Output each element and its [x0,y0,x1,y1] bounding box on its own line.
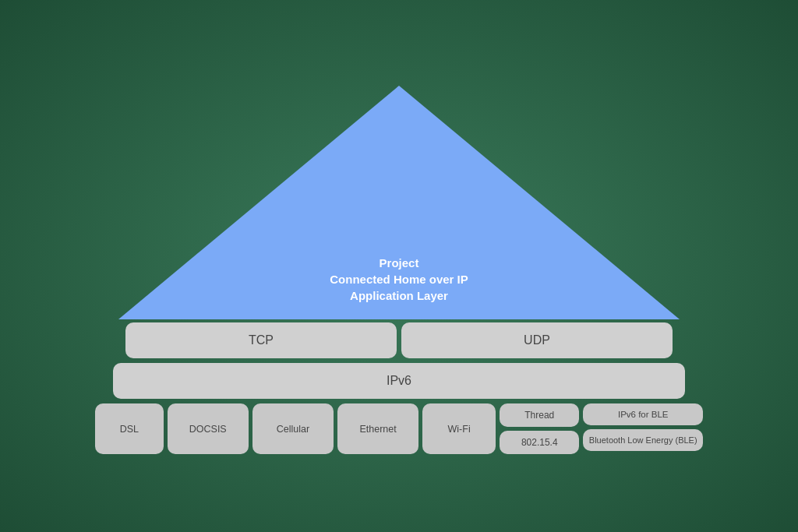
ble-cell: Bluetooth Low Energy (BLE) [583,429,703,451]
802154-cell: 802.15.4 [500,431,579,454]
ble-subgroup: IPv6 for BLE Bluetooth Low Energy (BLE) [583,403,703,454]
thread-subgroup: Thread 802.15.4 [500,403,579,454]
dsl-cell: DSL [95,403,164,454]
transport-layer-row: TCP UDP [125,322,673,358]
udp-cell: UDP [401,322,673,358]
cellular-cell: Cellular [252,403,334,454]
physical-layer-row: DSL DOCSIS Cellular Ethernet Wi-Fi Threa… [95,403,703,454]
svg-marker-0 [118,86,680,319]
pyramid-wrapper: Project Connected Home over IP Applicati… [95,78,703,454]
ethernet-cell: Ethernet [337,403,418,454]
ipv6-cell: IPv6 [113,363,684,399]
tcp-cell: TCP [125,322,397,358]
ipv6ble-cell: IPv6 for BLE [583,403,703,425]
pyramid-diagram: Project Connected Home over IP Applicati… [95,78,703,454]
docsis-cell: DOCSIS [168,403,249,454]
thread-cell: Thread [500,403,579,427]
application-layer: Project Connected Home over IP Applicati… [95,78,703,327]
network-layer-row: IPv6 [113,363,684,399]
wifi-cell: Wi-Fi [422,403,496,454]
